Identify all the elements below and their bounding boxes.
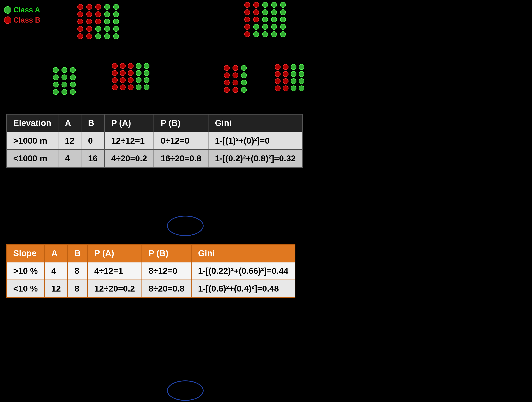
- top-center-grid: [77, 4, 120, 39]
- elevation-b-header: B: [81, 114, 104, 132]
- elevation-row-1-cell-4: 16÷20=0.8: [154, 150, 208, 167]
- slope-row-0-cell-3: 4÷12=1: [88, 262, 142, 280]
- class-b-dot: [4, 17, 11, 24]
- elevation-row-0-cell-3: 12÷12=1: [104, 132, 154, 150]
- slope-row-0-cell-2: 8: [68, 262, 87, 280]
- class-a-label: Class A: [13, 6, 40, 14]
- slope-a-header: A: [44, 245, 68, 262]
- slope-row-1-cell-1: 12: [44, 280, 68, 298]
- slope-row-0-cell-5: 1-[(0.22)²+(0.66)²]=0.44: [191, 262, 295, 280]
- slope-gini-header: Gini: [191, 245, 295, 262]
- elevation-row-1-cell-2: 16: [81, 150, 104, 167]
- mid-right-mixed-grid: [275, 64, 305, 91]
- slope-pa-header: P (A): [88, 245, 142, 262]
- slope-row-1-cell-3: 12÷20=0.2: [88, 280, 142, 298]
- slope-row-0-cell-1: 4: [44, 262, 68, 280]
- class-b-label: Class B: [13, 16, 40, 25]
- slope-b-header: B: [68, 245, 87, 262]
- elevation-row-1-cell-1: 4: [58, 150, 81, 167]
- slope-table-container: Slope A B P (A) P (B) Gini >10 %484÷12=1…: [6, 244, 295, 298]
- mid-mixed-grid: [112, 63, 150, 90]
- elevation-row-0-cell-1: 12: [58, 132, 81, 150]
- elevation-a-header: A: [58, 114, 81, 132]
- elevation-gini-header: Gini: [208, 114, 303, 132]
- slope-row-1-cell-5: 1-[(0.6)²+(0.4)²]=0.48: [191, 280, 295, 298]
- elevation-pb-header: P (B): [154, 114, 208, 132]
- top-right-grid: [244, 2, 287, 37]
- elevation-row-1-cell-3: 4÷20=0.2: [104, 150, 154, 167]
- elevation-row-1-cell-5: 1-[(0.2)²+(0.8)²]=0.32: [208, 150, 303, 167]
- slope-pb-header: P (B): [142, 245, 191, 262]
- elevation-table: Elevation A B P (A) P (B) Gini >1000 m12…: [6, 114, 303, 168]
- elevation-row-0-cell-2: 0: [81, 132, 104, 150]
- slope-row-1-cell-2: 8: [68, 280, 87, 298]
- elevation-row-0-cell-4: 0÷12=0: [154, 132, 208, 150]
- elevation-row-0-cell-0: >1000 m: [6, 132, 58, 150]
- elevation-pa-header: P (A): [104, 114, 154, 132]
- ellipse-1: [167, 216, 204, 236]
- slope-col-header: Slope: [6, 245, 44, 262]
- mid-green-grid: [53, 67, 77, 95]
- slope-table: Slope A B P (A) P (B) Gini >10 %484÷12=1…: [6, 244, 295, 298]
- slope-row-0-cell-4: 8÷12=0: [142, 262, 191, 280]
- slope-row-1-cell-0: <10 %: [6, 280, 44, 298]
- legend: Class A Class B: [4, 6, 40, 25]
- elevation-row-0-cell-5: 1-[(1)²+(0)²]=0: [208, 132, 303, 150]
- slope-row-0-cell-0: >10 %: [6, 262, 44, 280]
- class-a-dot: [4, 6, 11, 14]
- slope-row-1-cell-4: 8÷20=0.8: [142, 280, 191, 298]
- legend-class-a: Class A: [4, 6, 40, 14]
- elevation-row-1-cell-0: <1000 m: [6, 150, 58, 167]
- mid-right-red-grid: [224, 65, 248, 93]
- legend-class-b: Class B: [4, 16, 40, 25]
- elevation-table-container: Elevation A B P (A) P (B) Gini >1000 m12…: [6, 114, 303, 168]
- ellipse-2: [167, 380, 204, 401]
- elevation-col-header: Elevation: [6, 114, 58, 132]
